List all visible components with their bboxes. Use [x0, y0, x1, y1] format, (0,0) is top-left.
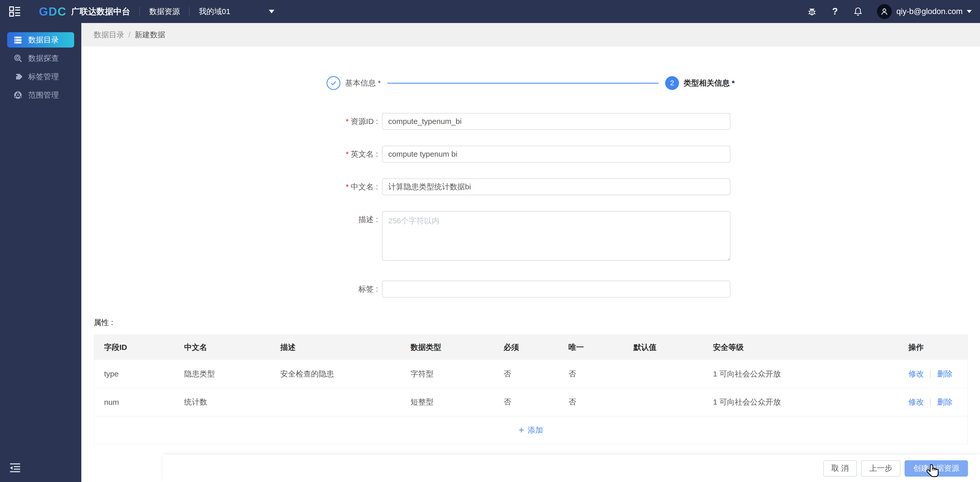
delete-link[interactable]: 删除	[937, 369, 952, 378]
brand-title: 广联达数据中台	[71, 6, 130, 17]
sidebar-item-label: 范围管理	[28, 90, 59, 100]
step-basic-info[interactable]: 基本信息 *	[326, 76, 381, 90]
attributes-table: 字段ID 中文名 描述 数据类型 必须 唯一 默认值 安全等级 操作 type …	[94, 335, 968, 444]
sidebar-item-label: 数据探查	[28, 53, 59, 63]
breadcrumb-separator: /	[128, 30, 130, 39]
create-data-resource-button[interactable]: 创建数据资源	[905, 460, 968, 477]
description-textarea[interactable]	[382, 211, 730, 261]
column-header: 必须	[493, 342, 558, 353]
column-header: 描述	[270, 342, 401, 353]
breadcrumb-parent[interactable]: 数据目录	[94, 30, 124, 40]
nav-data-resources[interactable]: 数据资源	[149, 6, 180, 17]
table-row: num 统计数 短整型 否 否 1 可向社会公众开放 修改 | 删除	[94, 388, 967, 416]
column-header: 中文名	[174, 342, 270, 353]
form-row-description: 描述 :	[81, 211, 980, 261]
user-avatar[interactable]	[877, 4, 892, 19]
field-label: 标签 :	[81, 284, 382, 295]
form-row-tags: 标签 :	[81, 281, 980, 298]
cell-required: 否	[493, 397, 558, 407]
app-switcher-icon[interactable]	[9, 6, 21, 17]
add-label: 添加	[528, 425, 543, 436]
main-panel: 数据目录 / 新建数据 基本信息 * 2 类型相关信息 *	[81, 23, 980, 482]
user-email[interactable]: qiy-b@glodon.com	[896, 7, 963, 16]
form-content: 基本信息 * 2 类型相关信息 * *资源ID : *英文名 :	[81, 46, 980, 482]
step-type-info[interactable]: 2 类型相关信息 *	[665, 76, 735, 90]
cell-actions: 修改 | 删除	[899, 397, 967, 407]
topbar-right: ? qiy-b@glodon.com	[795, 4, 972, 19]
footer-action-bar: 取 消 上一步 创建数据资源	[163, 455, 980, 482]
sidebar-item-data-catalog[interactable]: 数据目录	[7, 32, 74, 48]
notifications-bell-icon[interactable]	[853, 6, 864, 17]
cell-data-type: 字符型	[401, 369, 493, 379]
scope-icon	[13, 90, 22, 100]
form-row-chinese-name: *中文名 :	[81, 178, 980, 195]
action-divider: |	[929, 398, 931, 406]
english-name-input[interactable]	[382, 146, 730, 163]
form-row-resource-id: *资源ID :	[81, 113, 980, 130]
search-cube-icon	[13, 54, 22, 63]
topbar: GDC 广联达数据中台 数据资源 我的域01 ?	[0, 0, 980, 23]
step-check-icon	[326, 76, 340, 90]
cell-field-id: type	[94, 369, 174, 378]
resource-id-input[interactable]	[382, 113, 730, 130]
sidebar-item-scope-management[interactable]: 范围管理	[0, 86, 81, 104]
breadcrumb-current: 新建数据	[135, 30, 165, 40]
cell-security: 1 可向社会公众开放	[703, 397, 899, 407]
column-header: 字段ID	[94, 342, 174, 353]
edit-link[interactable]: 修改	[908, 369, 924, 378]
sidebar-collapse-icon[interactable]	[9, 463, 21, 473]
form-row-english-name: *英文名 :	[81, 146, 980, 163]
column-header: 唯一	[558, 342, 624, 353]
plus-icon: +	[519, 425, 524, 435]
tags-input[interactable]	[382, 281, 730, 298]
step-label: 基本信息 *	[345, 78, 381, 89]
database-catalog-icon	[13, 35, 22, 44]
sidebar-item-tag-management[interactable]: 标签管理	[0, 67, 81, 86]
step-indicator: 基本信息 * 2 类型相关信息 *	[81, 76, 980, 90]
previous-step-button[interactable]: 上一步	[861, 460, 900, 477]
tag-icon	[13, 72, 22, 81]
breadcrumb: 数据目录 / 新建数据	[81, 23, 980, 46]
action-divider: |	[929, 369, 931, 378]
bug-report-icon[interactable]	[807, 6, 818, 17]
sidebar-item-label: 数据目录	[28, 35, 59, 45]
column-header: 默认值	[624, 342, 703, 353]
cell-cn-name: 统计数	[174, 397, 270, 407]
attributes-section-label: 属性 :	[94, 317, 980, 328]
cancel-button[interactable]: 取 消	[823, 460, 857, 477]
required-marker: *	[346, 182, 349, 191]
sidebar-item-label: 标签管理	[28, 71, 59, 82]
chevron-down-icon	[269, 10, 274, 13]
topbar-divider	[189, 7, 189, 16]
cell-unique: 否	[558, 397, 624, 407]
column-header: 安全等级	[703, 342, 899, 353]
domain-selector[interactable]: 我的域01	[199, 6, 274, 17]
table-header-row: 字段ID 中文名 描述 数据类型 必须 唯一 默认值 安全等级 操作	[94, 335, 967, 360]
step-connector	[387, 83, 659, 84]
cell-field-id: num	[94, 398, 174, 407]
chinese-name-input[interactable]	[382, 178, 730, 195]
add-attribute-button[interactable]: + 添加	[94, 416, 968, 444]
table-row: type 隐患类型 安全检查的隐患 字符型 否 否 1 可向社会公众开放 修改 …	[94, 360, 967, 388]
cell-security: 1 可向社会公众开放	[703, 369, 899, 379]
user-menu-caret-icon[interactable]	[967, 10, 972, 13]
column-header: 数据类型	[401, 342, 493, 353]
sidebar: 数据目录 数据探查 标签管理	[0, 23, 81, 482]
gdc-logo: GDC	[39, 5, 67, 18]
field-label: *英文名 :	[81, 149, 382, 160]
field-label: *中文名 :	[81, 182, 382, 192]
topbar-divider	[139, 7, 140, 16]
required-marker: *	[346, 117, 349, 125]
field-label: 描述 :	[81, 211, 382, 228]
cell-actions: 修改 | 删除	[899, 369, 967, 379]
cell-required: 否	[493, 369, 558, 379]
cell-data-type: 短整型	[401, 397, 493, 407]
required-marker: *	[346, 150, 349, 158]
cell-unique: 否	[558, 369, 624, 379]
cell-description: 安全检查的隐患	[270, 369, 401, 379]
step-number: 2	[665, 76, 679, 90]
delete-link[interactable]: 删除	[937, 398, 952, 406]
sidebar-item-data-explore[interactable]: 数据探查	[0, 49, 81, 67]
help-icon[interactable]: ?	[829, 6, 841, 17]
edit-link[interactable]: 修改	[908, 398, 924, 406]
